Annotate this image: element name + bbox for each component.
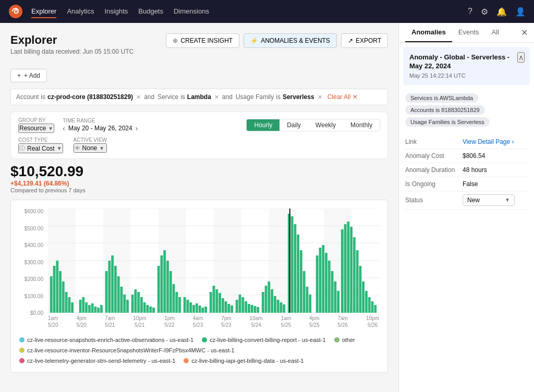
status-dropdown[interactable]: New ▼ (463, 194, 515, 206)
x-tick-3: 10pm5/21 (133, 315, 146, 328)
svg-rect-104 (344, 224, 347, 313)
svg-rect-48 (163, 250, 166, 313)
filter-account: Account is cz-prod-core (818830251829) ✕ (16, 93, 141, 101)
nav-dimensions[interactable]: Dimensions (174, 5, 209, 18)
svg-rect-75 (251, 305, 253, 313)
nav-budgets[interactable]: Budgets (138, 5, 163, 18)
plus-circle-icon: ⊕ (173, 37, 178, 44)
filter-bar: Account is cz-prod-core (818830251829) ✕… (10, 89, 388, 105)
cost-type-control: Cost Type ⓘ Real Cost ▼ (18, 137, 63, 153)
svg-rect-59 (199, 305, 201, 313)
svg-rect-108 (356, 250, 359, 313)
metric-total: $10,520.99 (10, 163, 388, 180)
user-icon[interactable]: 👤 (515, 7, 526, 17)
view-detail-link[interactable]: View Detail Page › (463, 138, 514, 145)
y-label-600: $600.00 (19, 209, 46, 214)
chart-container: $600.00 $500.00 $400.00 $300.00 $200.00 … (10, 200, 388, 373)
svg-rect-44 (149, 307, 152, 313)
nav-explorer[interactable]: Explorer (31, 5, 56, 18)
anomalies-events-button[interactable]: ⚡ ANOMALIES & EVENTS (244, 33, 337, 48)
legend-item-3: cz-live-resource-inventor-ResourceSnapsh… (19, 347, 235, 353)
time-prev-button[interactable]: ‹ (63, 124, 65, 132)
bar-chart-svg (48, 209, 379, 313)
legend-label-3: cz-live-resource-inventor-ResourceSnapsh… (27, 347, 235, 353)
x-tick-11: 10pm5/26 (366, 315, 379, 328)
svg-rect-88 (294, 224, 296, 313)
svg-rect-25 (88, 305, 91, 313)
create-insight-button[interactable]: ⊕ CREATE INSIGHT (166, 33, 239, 48)
period-daily[interactable]: Daily (280, 119, 308, 131)
tag-pill-usage: Usage Families is Serverless (405, 117, 490, 127)
svg-rect-58 (196, 303, 198, 313)
active-view-dropdown[interactable]: 👁 None ▼ (74, 143, 107, 153)
svg-rect-50 (169, 271, 172, 313)
page-title: Explorer (10, 33, 134, 47)
svg-rect-24 (85, 302, 88, 313)
remove-service-filter[interactable]: ✕ (214, 94, 219, 101)
x-tick-5: 4am5/23 (193, 315, 203, 328)
period-weekly[interactable]: Weekly (308, 119, 343, 131)
svg-rect-26 (91, 303, 94, 313)
svg-rect-70 (236, 300, 238, 313)
content-area: Explorer Last billing data received: Jun… (0, 23, 398, 392)
period-hourly[interactable]: Hourly (247, 119, 280, 131)
svg-rect-73 (245, 301, 247, 313)
svg-rect-64 (215, 289, 218, 313)
svg-rect-57 (192, 305, 195, 313)
x-tick-0: 1am5/20 (48, 315, 58, 328)
remove-account-filter[interactable]: ✕ (136, 94, 141, 101)
svg-rect-29 (100, 305, 103, 313)
period-monthly[interactable]: Monthly (343, 119, 380, 131)
svg-rect-101 (334, 281, 336, 313)
app-logo[interactable] (8, 4, 23, 19)
y-label-400: $400.00 (19, 242, 46, 248)
group-by-caret: ▼ (48, 126, 53, 131)
nav-insights[interactable]: Insights (104, 5, 128, 18)
help-icon[interactable]: ? (468, 7, 472, 16)
svg-rect-81 (271, 289, 273, 313)
nav-analytics[interactable]: Analytics (67, 5, 94, 18)
detail-status-row: Status New ▼ (405, 191, 528, 210)
legend-label-2: other (342, 337, 355, 343)
active-view-caret: ▼ (99, 145, 104, 151)
svg-rect-40 (137, 292, 140, 313)
bell-icon[interactable]: 🔔 (496, 7, 507, 17)
anomaly-expand-button[interactable]: ∧ (517, 52, 525, 63)
tab-anomalies[interactable]: Anomalies (405, 23, 452, 42)
x-tick-2: 7am5/21 (105, 315, 115, 328)
svg-rect-102 (337, 291, 339, 313)
legend-item-4: cz-live-telemetry-generator-stm-send-tel… (19, 358, 175, 364)
svg-rect-42 (143, 302, 146, 313)
cost-type-dropdown[interactable]: ⓘ Real Cost ▼ (18, 143, 63, 153)
y-label-500: $500.00 (19, 226, 46, 231)
svg-rect-51 (173, 284, 175, 313)
group-by-dropdown[interactable]: Resource ▼ (18, 124, 54, 133)
settings-icon[interactable]: ⚙ (481, 7, 488, 17)
tab-all[interactable]: All (486, 23, 505, 42)
svg-rect-61 (204, 307, 207, 313)
detail-duration-label: Anomaly Duration (405, 166, 463, 174)
svg-rect-76 (253, 306, 256, 313)
svg-rect-109 (359, 266, 362, 313)
time-range-control: Time Range ‹ May 20 - May 26, 2024 › (63, 118, 138, 132)
remove-usage-filter[interactable]: ✕ (318, 94, 322, 101)
x-axis: 1am5/20 4pm5/20 7am5/21 10pm5/21 1pm5/22… (48, 313, 379, 328)
time-next-button[interactable]: › (136, 124, 138, 132)
tab-events[interactable]: Events (452, 23, 486, 42)
add-filter-button[interactable]: + + Add (10, 69, 47, 82)
svg-rect-39 (134, 289, 137, 313)
legend-item-0: cz-live-resource-snapshots-enrich-active… (19, 337, 193, 343)
legend-dot-1 (202, 337, 207, 342)
svg-rect-77 (257, 307, 259, 313)
explorer-header: Explorer Last billing data received: Jun… (10, 33, 134, 55)
svg-rect-33 (114, 266, 117, 313)
close-panel-button[interactable]: ✕ (521, 28, 528, 38)
top-nav: Explorer Analytics Insights Budgets Dime… (0, 0, 534, 23)
x-tick-7: 10am5/24 (250, 315, 263, 328)
svg-rect-96 (319, 248, 322, 313)
clear-all-filters[interactable]: Clear All ✕ (327, 93, 358, 101)
export-button[interactable]: ↗ EXPORT (341, 33, 388, 48)
plus-icon: + (17, 72, 21, 79)
legend-dot-5 (184, 358, 189, 363)
y-label-300: $300.00 (19, 260, 46, 265)
